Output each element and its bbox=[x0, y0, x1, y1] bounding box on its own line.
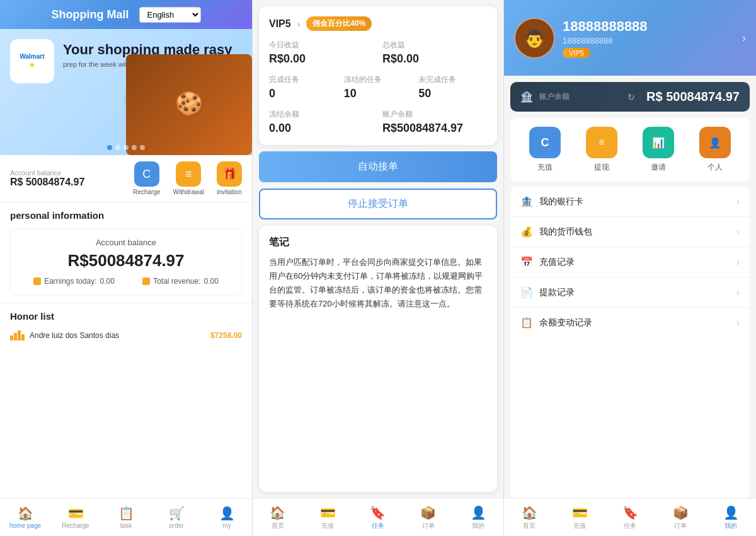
completed-tasks-stat: 完成任务 0 bbox=[269, 74, 338, 100]
quick-invite-label: 邀请 bbox=[651, 162, 666, 173]
right-my-icon: 👤 bbox=[723, 505, 739, 520]
quick-withdrawal[interactable]: ≡ 提现 bbox=[586, 127, 617, 173]
right-nav-task[interactable]: 🔖 任务 bbox=[605, 499, 655, 536]
total-revenue-label: Total revenue: bbox=[153, 277, 200, 286]
right-header: 👨 18888888888 18888888888 VIP5 › bbox=[504, 0, 756, 76]
mid-nav-my-label: 我的 bbox=[472, 521, 484, 530]
menu-recharge-history[interactable]: 📅 充值记录 › bbox=[510, 247, 750, 277]
mid-nav-recharge[interactable]: 💳 充值 bbox=[303, 499, 353, 536]
nav-my-label: my bbox=[222, 522, 231, 529]
mid-nav-task-label: 任务 bbox=[372, 521, 384, 530]
dot-4[interactable] bbox=[132, 145, 137, 150]
banner-dots bbox=[107, 145, 145, 150]
mid-nav-order[interactable]: 📦 订单 bbox=[403, 499, 454, 536]
quick-personal-icon: 👤 bbox=[699, 127, 731, 158]
stop-receive-button[interactable]: 停止接受订单 bbox=[259, 189, 497, 219]
mid-nav-order-label: 订单 bbox=[422, 521, 435, 530]
vip-tag: VIP5 bbox=[563, 48, 590, 58]
stats-grid-top: 今日收益 R$0.00 总收益 R$0.00 bbox=[269, 40, 487, 66]
quick-personal[interactable]: 👤 个人 bbox=[699, 127, 731, 173]
frozen-tasks-stat: 冻结的任务 10 bbox=[344, 74, 413, 100]
right-nav-order[interactable]: 📦 订单 bbox=[655, 499, 706, 536]
right-nav-my[interactable]: 👤 我的 bbox=[706, 499, 756, 536]
menu-crypto-wallet[interactable]: 💰 我的货币钱包 › bbox=[510, 217, 750, 247]
nav-task[interactable]: 📋 task bbox=[101, 499, 151, 536]
task-nav-icon: 📋 bbox=[118, 506, 134, 521]
banner-area: Walmart ✦ Your shopping made rasy prep f… bbox=[0, 29, 252, 155]
mid-my-icon: 👤 bbox=[471, 505, 486, 520]
bank-card-label: 我的银行卡 bbox=[539, 196, 736, 207]
notes-section: 笔记 当用户匹配订单时，平台会同步向商家提交订单信息。如果用户在60分钟内未支付… bbox=[259, 226, 497, 492]
incomplete-tasks-value: 50 bbox=[418, 87, 487, 100]
frozen-balance-label: 冻结余额 bbox=[269, 109, 374, 120]
crypto-wallet-label: 我的货币钱包 bbox=[539, 226, 736, 238]
bank-card-arrow: › bbox=[736, 196, 740, 207]
recharge-label: Recharge bbox=[133, 189, 160, 195]
mid-panel: VIP5 › 佣金百分比40% 今日收益 R$0.00 总收益 R$0.00 完… bbox=[252, 0, 504, 536]
withdrawal-action[interactable]: ≡ Withdrawal bbox=[173, 161, 204, 195]
vip-arrow-icon[interactable]: › bbox=[297, 19, 301, 29]
frozen-row: 冻结余额 0.00 账户余额 R$50084874.97 bbox=[269, 109, 487, 135]
right-nav-my-label: 我的 bbox=[724, 521, 737, 530]
withdrawal-history-label: 提款记录 bbox=[539, 287, 736, 298]
recharge-icon: C bbox=[134, 161, 159, 187]
right-nav-home-label: 首页 bbox=[523, 521, 536, 530]
account-balance-stat: 账户余额 R$50084874.97 bbox=[382, 109, 487, 135]
balance-history-arrow: › bbox=[736, 317, 740, 329]
quick-invite[interactable]: 📊 邀请 bbox=[643, 127, 674, 173]
mid-nav-home[interactable]: 🏠 首页 bbox=[253, 499, 303, 536]
account-balance-label: 账户余额 bbox=[382, 109, 487, 120]
right-nav-order-label: 订单 bbox=[674, 521, 687, 530]
mid-nav-task[interactable]: 🔖 任务 bbox=[353, 499, 403, 536]
quick-actions: C 充值 ≡ 提现 📊 邀请 👤 个人 bbox=[510, 118, 750, 182]
dot-2[interactable] bbox=[115, 145, 120, 150]
right-nav-recharge[interactable]: 💳 充值 bbox=[554, 499, 605, 536]
balance-history-label: 余额变动记录 bbox=[539, 317, 736, 329]
user-phone2: 18888888888 bbox=[563, 36, 735, 45]
nav-order-label: order bbox=[169, 522, 183, 529]
language-select[interactable]: English 中文 Português bbox=[139, 7, 201, 23]
honor-section: Honor list Andre luiz dos Santos dias $7… bbox=[0, 303, 252, 498]
menu-bank-card[interactable]: 🏦 我的银行卡 › bbox=[510, 187, 750, 217]
right-task-icon: 🔖 bbox=[622, 505, 638, 520]
banner-food-image: 🍪 bbox=[126, 54, 252, 155]
mid-nav-my[interactable]: 👤 我的 bbox=[453, 499, 503, 536]
quick-recharge[interactable]: C 充值 bbox=[529, 127, 561, 173]
dot-1[interactable] bbox=[107, 145, 112, 150]
personal-title: personal information bbox=[10, 210, 242, 221]
menu-withdrawal-history[interactable]: 📄 提款记录 › bbox=[510, 277, 750, 308]
home-icon: 🏠 bbox=[18, 506, 33, 521]
auto-receive-button[interactable]: 自动接单 bbox=[259, 151, 497, 182]
app-title: Shopping Mall bbox=[52, 8, 129, 21]
earnings-today-item: Earnings today: 0.00 bbox=[33, 277, 115, 286]
completed-tasks-value: 0 bbox=[269, 87, 338, 100]
crypto-wallet-icon: 💰 bbox=[520, 226, 533, 238]
total-revenue-dot bbox=[142, 277, 150, 285]
withdrawal-history-arrow: › bbox=[736, 287, 740, 298]
recharge-action[interactable]: C Recharge bbox=[133, 161, 160, 195]
right-header-arrow[interactable]: › bbox=[742, 32, 746, 45]
menu-balance-history[interactable]: 📋 余额变动记录 › bbox=[510, 308, 750, 337]
nav-order[interactable]: 🛒 order bbox=[151, 499, 202, 536]
user-avatar: 👨 bbox=[514, 18, 555, 59]
dot-5[interactable] bbox=[140, 145, 145, 150]
quick-withdrawal-label: 提现 bbox=[594, 162, 609, 173]
invitation-action[interactable]: 🎁 invitation bbox=[217, 161, 242, 195]
left-header: Shopping Mall English 中文 Português bbox=[0, 0, 252, 29]
mid-recharge-icon: 💳 bbox=[320, 505, 336, 520]
right-panel: 👨 18888888888 18888888888 VIP5 › 🏦 账户余额 … bbox=[504, 0, 756, 536]
nav-recharge[interactable]: 💳 Recharge bbox=[50, 499, 101, 536]
total-earnings-value: R$0.00 bbox=[382, 52, 487, 66]
completed-tasks-label: 完成任务 bbox=[269, 74, 338, 85]
nav-my[interactable]: 👤 my bbox=[202, 499, 252, 536]
account-bar: Account balance R$ 50084874.97 C Recharg… bbox=[0, 155, 252, 202]
account-info: Account balance R$ 50084874.97 bbox=[10, 169, 84, 188]
frozen-balance-value: 0.00 bbox=[269, 122, 374, 135]
dot-3[interactable] bbox=[123, 145, 129, 150]
refresh-icon[interactable]: ↻ bbox=[627, 92, 635, 102]
nav-home[interactable]: 🏠 home page bbox=[0, 499, 50, 536]
nav-home-label: home page bbox=[9, 522, 41, 529]
right-nav-home[interactable]: 🏠 首页 bbox=[504, 499, 554, 536]
bank-card-icon: 🏦 bbox=[520, 195, 533, 207]
total-revenue-value: 0.00 bbox=[204, 277, 219, 286]
